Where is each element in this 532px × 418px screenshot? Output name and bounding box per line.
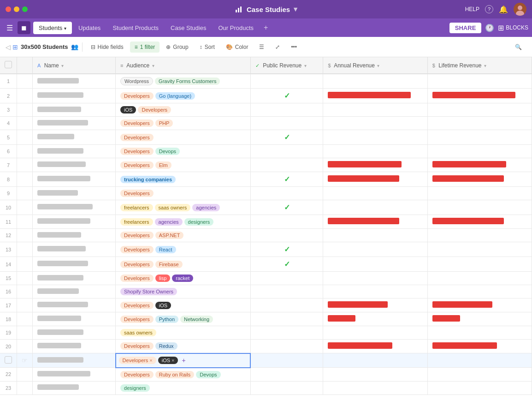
audience-cell[interactable]: Shopify Store Owners: [116, 285, 251, 299]
public-revenue-cell[interactable]: [250, 187, 323, 200]
annual-revenue-cell[interactable]: [323, 326, 427, 340]
public-revenue-cell[interactable]: [250, 381, 323, 394]
lifetime-revenue-cell[interactable]: [427, 285, 532, 299]
more-button[interactable]: •••: [286, 42, 301, 53]
lifetime-revenue-cell[interactable]: [427, 103, 532, 117]
name-cell[interactable]: [33, 312, 116, 326]
group-button[interactable]: ⊕ Group: [161, 42, 193, 53]
lifetime-revenue-cell[interactable]: [427, 187, 532, 200]
header-public-revenue[interactable]: ✓ Public Revenue ▾: [250, 57, 323, 74]
annual-revenue-cell[interactable]: [323, 299, 427, 312]
annual-revenue-cell[interactable]: [323, 340, 427, 353]
public-revenue-cell[interactable]: ✓: [250, 89, 323, 103]
audience-cell[interactable]: WordpressGravity Forms Customers: [116, 74, 251, 89]
annual-revenue-cell[interactable]: [323, 158, 427, 172]
annual-revenue-cell[interactable]: [323, 285, 427, 299]
annual-revenue-cell[interactable]: [323, 381, 427, 394]
audience-cell[interactable]: DevelopersASP.NET: [116, 229, 251, 242]
public-revenue-cell[interactable]: [250, 285, 323, 299]
public-revenue-cell[interactable]: [250, 229, 323, 242]
annual-revenue-cell[interactable]: [323, 353, 427, 368]
add-tab-button[interactable]: +: [260, 22, 272, 34]
expand-button[interactable]: ⤢: [271, 42, 284, 53]
annual-revenue-cell[interactable]: [323, 242, 427, 257]
hamburger-icon[interactable]: ☰: [4, 22, 16, 34]
annual-revenue-cell[interactable]: [323, 272, 427, 285]
search-button[interactable]: 🔍: [510, 42, 526, 53]
audience-cell[interactable]: saas owners: [116, 326, 251, 340]
header-name[interactable]: A Name ▾: [33, 57, 116, 74]
public-revenue-cell[interactable]: [250, 272, 323, 285]
name-cell[interactable]: [33, 200, 116, 215]
audience-cell[interactable]: freelancerssaas ownersagencies: [116, 200, 251, 215]
public-revenue-cell[interactable]: [250, 312, 323, 326]
audience-cell[interactable]: Developers: [116, 187, 251, 200]
public-revenue-cell[interactable]: ✓: [250, 172, 323, 187]
people-icon[interactable]: 👥: [71, 43, 78, 50]
tag-remove-btn[interactable]: ×: [171, 358, 174, 363]
audience-cell[interactable]: Developers × iOS × +: [116, 353, 251, 368]
select-all-checkbox[interactable]: [5, 61, 12, 68]
bell-icon[interactable]: 🔔: [499, 5, 508, 14]
annual-revenue-cell[interactable]: [323, 215, 427, 229]
annual-revenue-cell[interactable]: [323, 130, 427, 145]
lifetime-revenue-cell[interactable]: [427, 74, 532, 89]
name-cell[interactable]: [33, 215, 116, 229]
view-toggle-icon[interactable]: ◁: [6, 43, 11, 51]
public-revenue-cell[interactable]: [250, 145, 323, 158]
lifetime-revenue-cell[interactable]: [427, 272, 532, 285]
name-cell[interactable]: [33, 285, 116, 299]
row-height-button[interactable]: ☰: [254, 42, 269, 53]
filter-button[interactable]: ≡ 1 filter: [130, 42, 160, 53]
lifetime-revenue-cell[interactable]: [427, 312, 532, 326]
public-revenue-cell[interactable]: [250, 299, 323, 312]
annual-revenue-cell[interactable]: [323, 229, 427, 242]
help-icon[interactable]: ?: [485, 5, 493, 13]
name-cell[interactable]: [33, 145, 116, 158]
name-cell[interactable]: [33, 172, 116, 187]
audience-cell[interactable]: DevelopersiOS: [116, 299, 251, 312]
tab-updates[interactable]: Updates: [73, 22, 106, 34]
name-cell[interactable]: [33, 368, 116, 382]
audience-cell[interactable]: freelancersagenciesdesigners: [116, 215, 251, 229]
audience-cell[interactable]: DevelopersFirebase: [116, 257, 251, 272]
name-cell[interactable]: [33, 229, 116, 242]
audience-cell[interactable]: Developers: [116, 130, 251, 145]
public-revenue-cell[interactable]: ✓: [250, 257, 323, 272]
audience-cell[interactable]: iOSDevelopers: [116, 103, 251, 117]
lifetime-revenue-cell[interactable]: [427, 145, 532, 158]
audience-cell[interactable]: DevelopersGo (language): [116, 89, 251, 103]
public-revenue-cell[interactable]: ✓: [250, 242, 323, 257]
annual-revenue-cell[interactable]: [323, 187, 427, 200]
name-cell[interactable]: [33, 89, 116, 103]
lifetime-revenue-cell[interactable]: [427, 158, 532, 172]
public-revenue-cell[interactable]: ✓: [250, 200, 323, 215]
public-revenue-cell[interactable]: [250, 103, 323, 117]
name-cell[interactable]: [33, 326, 116, 340]
close-btn[interactable]: [6, 6, 11, 12]
row-checkbox[interactable]: [5, 356, 12, 364]
public-revenue-cell[interactable]: ✓: [250, 130, 323, 145]
audience-cell[interactable]: DevelopersDevops: [116, 145, 251, 158]
audience-cell[interactable]: DevelopersPythonNetworking: [116, 312, 251, 326]
annual-revenue-cell[interactable]: [323, 368, 427, 382]
audience-cell[interactable]: DevelopersPHP: [116, 117, 251, 130]
name-cell[interactable]: [33, 381, 116, 394]
history-icon[interactable]: 🕐: [485, 24, 494, 32]
lifetime-revenue-cell[interactable]: [427, 257, 532, 272]
name-cell[interactable]: [33, 187, 116, 200]
lifetime-revenue-cell[interactable]: [427, 215, 532, 229]
lifetime-revenue-cell[interactable]: [427, 368, 532, 382]
name-cell[interactable]: [33, 272, 116, 285]
audience-cell[interactable]: DevelopersRuby on RailsDevops: [116, 368, 251, 382]
name-cell[interactable]: [33, 117, 116, 130]
name-cell[interactable]: [33, 158, 116, 172]
annual-revenue-cell[interactable]: [323, 312, 427, 326]
header-checkbox[interactable]: [0, 57, 17, 74]
lifetime-revenue-cell[interactable]: [427, 299, 532, 312]
header-lifetime-revenue[interactable]: $ Lifetime Revenue ▾: [427, 57, 532, 74]
maximize-btn[interactable]: [22, 6, 28, 12]
lifetime-revenue-cell[interactable]: [427, 242, 532, 257]
name-cell[interactable]: [33, 103, 116, 117]
public-revenue-cell[interactable]: [250, 215, 323, 229]
